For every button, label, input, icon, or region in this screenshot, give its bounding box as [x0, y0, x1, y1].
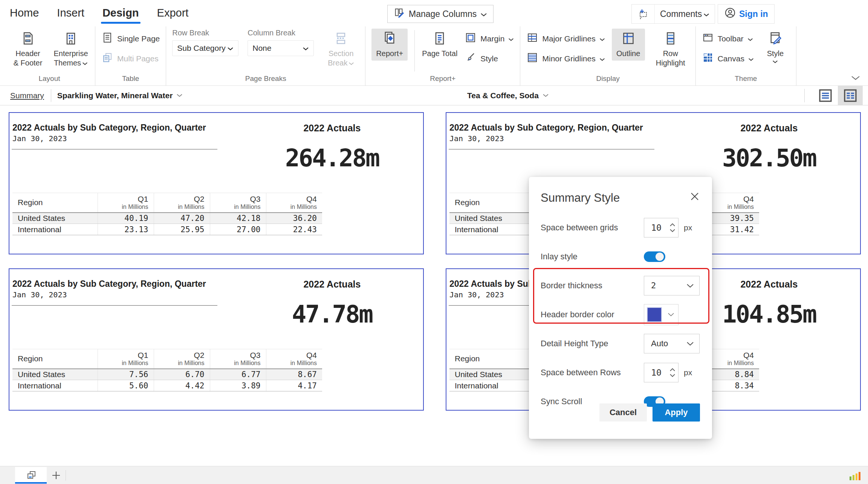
row-highlight-button[interactable]: RowHighlight — [652, 29, 689, 70]
view-grid-icon — [843, 88, 858, 103]
bottom-bar — [0, 466, 868, 484]
tab-insert[interactable]: Insert — [57, 7, 84, 23]
card-date: Jan 30, 2023 — [12, 134, 67, 143]
major-gridlines-button[interactable]: Major Gridlines — [526, 32, 605, 46]
card-table: Region Q1in Millions Q2in Millions Q3in … — [12, 193, 322, 235]
row-break-dropdown[interactable]: Sub Category — [172, 40, 238, 56]
inlay-style-toggle[interactable] — [644, 251, 665, 262]
ribbon-group-table: Single Page Multi Pages Table — [95, 26, 166, 86]
stepper-arrows[interactable] — [668, 368, 678, 377]
comments-label: Comments — [660, 9, 702, 19]
ribbon-group-layout: Header& Footer EnterpriseThemes Layout — [4, 26, 95, 86]
theme-style-button[interactable]: Style — [761, 29, 790, 66]
left-filter-dropdown[interactable]: Sparkling Water, Mineral Water — [57, 91, 183, 100]
header-border-color-picker[interactable] — [644, 304, 679, 325]
ribbon-group-display: Major Gridlines Minor Gridlines Outline — [520, 26, 695, 86]
table-row: International 5.60 4.42 3.89 4.17 — [12, 380, 322, 391]
minor-gridlines-icon — [526, 52, 538, 65]
app-window: Home Insert Design Export Manage Columns… — [0, 0, 868, 484]
theme-style-icon — [768, 31, 783, 47]
q4-header: Q4in Millions — [266, 349, 322, 369]
table-row: United States 40.19 47.20 42.18 36.20 — [12, 213, 322, 224]
group-label-report-plus: Report+ — [371, 74, 514, 86]
ribbon-collapse-chevron[interactable] — [851, 75, 860, 82]
toolbar-theme-button[interactable]: Toolbar — [702, 32, 754, 46]
style-brush-icon — [465, 52, 477, 65]
single-column-view-button[interactable] — [813, 86, 838, 105]
summary-link[interactable]: Summary — [10, 91, 44, 100]
multi-pages-icon — [101, 52, 113, 65]
margin-button[interactable]: Margin — [465, 32, 514, 46]
kpi-label: 2022 Actuals — [249, 123, 415, 134]
page-tab[interactable] — [15, 467, 47, 484]
column-break-dropdown[interactable]: None — [248, 40, 314, 56]
sign-in-button[interactable]: Sign in — [718, 4, 775, 24]
minor-gridlines-button[interactable]: Minor Gridlines — [526, 52, 605, 65]
section-break-icon — [333, 31, 348, 47]
manage-columns-icon — [394, 7, 405, 21]
q4-header: Q4in Millions — [266, 193, 322, 213]
ribbon-group-report-plus: Report+ Page Total Margin — [365, 26, 520, 86]
single-page-icon — [101, 32, 113, 46]
enterprise-themes-button[interactable]: EnterpriseThemes — [53, 29, 89, 70]
header-border-color-swatch — [647, 307, 662, 322]
add-page-button[interactable] — [47, 467, 66, 484]
comments-button[interactable]: Comments — [631, 4, 715, 24]
table-header-row: Region Q1in Millions Q2in Millions Q3in … — [12, 349, 322, 369]
single-page-button[interactable]: Single Page — [101, 32, 160, 46]
apply-button[interactable]: Apply — [653, 403, 700, 422]
tab-export[interactable]: Export — [157, 7, 189, 23]
q2-header: Q2in Millions — [154, 349, 210, 369]
group-label-theme: Theme — [702, 74, 790, 86]
report-style-button[interactable]: Style — [465, 52, 514, 65]
tab-home[interactable]: Home — [10, 7, 39, 23]
space-between-grids-stepper[interactable]: 10 — [644, 218, 679, 237]
card-header-rule — [12, 305, 217, 306]
close-icon[interactable] — [689, 191, 701, 202]
cancel-button[interactable]: Cancel — [599, 403, 647, 422]
multi-pages-button[interactable]: Multi Pages — [101, 52, 160, 65]
detail-height-type-dropdown[interactable]: Auto — [644, 334, 700, 353]
summary-card[interactable]: 2022 Actuals by Sub Category, Region, Qu… — [9, 112, 424, 254]
card-header-rule — [449, 149, 654, 149]
kpi-value: 47.78m — [249, 300, 415, 328]
page-tab-icon — [24, 469, 37, 482]
summary-card[interactable]: 2022 Actuals by Sub Category, Region, Qu… — [9, 268, 424, 411]
region-header: Region — [12, 193, 98, 213]
report-plus-button[interactable]: Report+ — [371, 29, 408, 61]
region-header: Region — [449, 193, 535, 213]
enterprise-themes-icon — [63, 31, 78, 47]
border-thickness-dropdown[interactable]: 2 — [644, 276, 700, 295]
chevron-down-icon — [670, 229, 675, 232]
mini-chart-icon[interactable] — [850, 472, 860, 480]
space-between-rows-stepper[interactable]: 10 — [644, 363, 679, 382]
center-filter-dropdown[interactable]: Tea & Coffee, Soda — [467, 91, 549, 100]
divider — [66, 470, 66, 481]
major-gridlines-icon — [526, 32, 538, 46]
manage-columns-button[interactable]: Manage Columns — [387, 5, 494, 23]
page-total-icon — [432, 31, 447, 47]
ribbon: Home Insert Design Export Manage Columns… — [0, 0, 868, 86]
divider — [804, 89, 805, 102]
kpi-block: 2022 Actuals 302.50m — [686, 123, 852, 172]
page-total-button[interactable]: Page Total — [422, 29, 458, 61]
q3-header: Q3in Millions — [210, 193, 266, 213]
outline-button[interactable]: Outline — [612, 29, 645, 61]
column-break-label: Column Break — [248, 29, 314, 37]
divider — [414, 30, 415, 72]
kpi-block: 2022 Actuals 47.78m — [249, 279, 415, 328]
detail-height-type-row: Detail Height Type Auto — [541, 329, 701, 358]
kpi-value: 302.50m — [686, 144, 852, 172]
two-column-view-button[interactable] — [838, 86, 863, 105]
canvas-theme-button[interactable]: Canvas — [702, 52, 754, 65]
stepper-arrows[interactable] — [668, 223, 678, 232]
table-row: United States 7.56 6.70 6.77 8.67 — [12, 369, 322, 380]
header-footer-button[interactable]: Header& Footer — [10, 29, 46, 70]
region-header: Region — [12, 349, 98, 369]
kpi-label: 2022 Actuals — [686, 123, 852, 134]
group-label-layout: Layout — [10, 74, 89, 86]
section-break-button[interactable]: SectionBreak — [323, 29, 359, 70]
border-thickness-row: Border thickness 2 — [541, 271, 701, 300]
tab-design[interactable]: Design — [102, 7, 139, 23]
filter-bar: Summary Sparkling Water, Mineral Water T… — [0, 86, 868, 105]
